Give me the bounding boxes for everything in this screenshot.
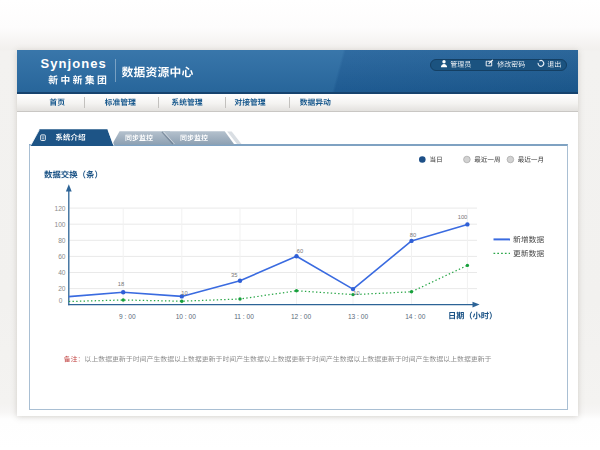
svg-text:35: 35 xyxy=(231,272,237,278)
svg-text:100: 100 xyxy=(458,214,468,220)
svg-text:14 : 00: 14 : 00 xyxy=(405,313,425,320)
svg-text:18: 18 xyxy=(118,281,124,287)
svg-text:10: 10 xyxy=(353,290,359,296)
svg-text:12 : 00: 12 : 00 xyxy=(291,313,311,320)
svg-text:80: 80 xyxy=(58,237,66,244)
svg-text:11 : 00: 11 : 00 xyxy=(234,313,254,320)
svg-text:120: 120 xyxy=(54,205,65,212)
svg-text:0: 0 xyxy=(59,297,63,304)
svg-text:100: 100 xyxy=(54,221,65,228)
svg-text:20: 20 xyxy=(58,285,66,292)
svg-text:40: 40 xyxy=(58,269,66,276)
svg-text:60: 60 xyxy=(58,253,66,260)
svg-text:10: 10 xyxy=(181,290,187,296)
svg-text:13 : 00: 13 : 00 xyxy=(348,313,368,320)
svg-text:9 : 00: 9 : 00 xyxy=(119,313,136,320)
svg-text:60: 60 xyxy=(297,248,303,254)
svg-text:80: 80 xyxy=(410,232,416,238)
svg-text:10 : 00: 10 : 00 xyxy=(176,313,196,320)
